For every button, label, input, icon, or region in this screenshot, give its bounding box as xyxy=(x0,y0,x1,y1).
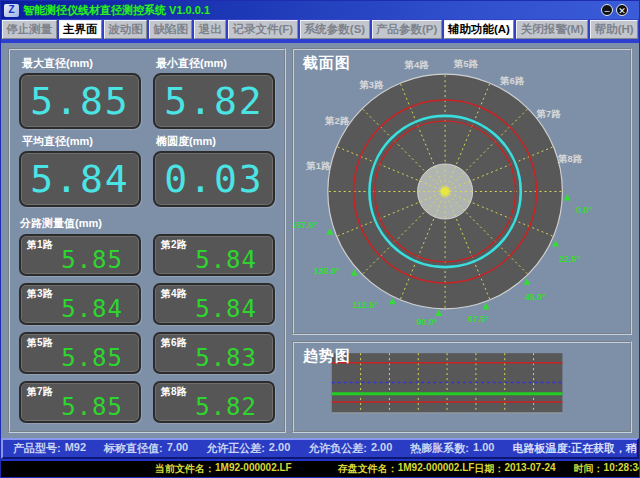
metric-label: 平均直径(mm) xyxy=(22,134,141,149)
status-saved-file: 存盘文件名： 1M92-000002.LF xyxy=(338,462,475,476)
param-label: 热膨胀系数: xyxy=(410,441,469,456)
menu-item-aux-functions[interactable]: 辅助功能(A) xyxy=(444,20,515,39)
param-thermal-coefficient: 热膨胀系数: 1.00 xyxy=(410,441,494,456)
metric-display: 5.84 xyxy=(19,151,141,207)
channel-box-1: 第1路 5.85 xyxy=(19,234,141,276)
menu-item-fluctuation[interactable]: 波动图 xyxy=(104,20,147,39)
metric-value: 5.82 xyxy=(164,82,264,120)
status-label: 存盘文件名： xyxy=(338,462,398,476)
menu-item-help[interactable]: 帮助(H) xyxy=(590,20,638,39)
status-time: 时间： 10:28:34 xyxy=(574,462,640,476)
metric-display: 5.85 xyxy=(19,73,141,129)
metric-label: 最大直径(mm) xyxy=(22,56,141,71)
svg-text:157.5°: 157.5° xyxy=(294,220,318,230)
param-value: M92 xyxy=(65,441,86,456)
app-window: Z 智能测径仪线材直径测控系统 V1.0.0.1 – ✕ 停止测量 主界面 波动… xyxy=(0,0,640,478)
metric-avg-diameter: 平均直径(mm) 5.84 xyxy=(19,132,141,210)
channel-label: 第4路 xyxy=(161,287,187,301)
channel-box-6: 第6路 5.83 xyxy=(153,332,275,374)
status-date: 日期： 2013-07-24 xyxy=(474,462,555,476)
menu-item-close-alarm[interactable]: 关闭报警(M) xyxy=(516,20,588,39)
svg-text:第6路: 第6路 xyxy=(499,75,525,86)
svg-text:第2路: 第2路 xyxy=(324,115,350,126)
param-label: 产品型号: xyxy=(13,441,61,456)
svg-text:67.5°: 67.5° xyxy=(468,314,489,324)
status-current-file: 当前文件名： 1M92-000002.LF xyxy=(155,462,292,476)
channel-box-7: 第7路 5.85 xyxy=(19,381,141,423)
metric-value: 5.85 xyxy=(30,82,130,120)
cross-section-title: 截面图 xyxy=(303,54,351,73)
channel-label: 第8路 xyxy=(161,385,187,399)
trend-panel: 趋势图 xyxy=(292,341,632,433)
status-label: 日期： xyxy=(474,462,504,476)
app-icon: Z xyxy=(4,4,19,17)
param-product-model: 产品型号: M92 xyxy=(13,441,86,456)
svg-text:第8路: 第8路 xyxy=(557,153,583,164)
metric-display: 0.03 xyxy=(153,151,275,207)
client-area: 最大直径(mm) 5.85 最小直径(mm) 5.82 平均直径(mm) 5.8… xyxy=(1,43,639,438)
channel-box-5: 第5路 5.85 xyxy=(19,332,141,374)
param-value: 2.00 xyxy=(371,441,392,456)
channel-box-3: 第3路 5.84 xyxy=(19,283,141,325)
cross-section-chart: 0.0°22.5°45.0°67.5°90.0°112.5°135.0°157.… xyxy=(294,50,630,333)
channel-value: 5.84 xyxy=(195,247,257,273)
menu-item-record-file[interactable]: 记录文件(F) xyxy=(228,20,297,39)
status-label: 当前文件名： xyxy=(155,462,215,476)
channel-label: 第7路 xyxy=(27,385,53,399)
menu-item-product-params[interactable]: 产品参数(P) xyxy=(372,20,442,39)
metric-value: 5.84 xyxy=(30,160,130,198)
status-value: 2013-07-24 xyxy=(504,462,555,476)
param-value: 1.00 xyxy=(473,441,494,456)
menu-item-exit[interactable]: 退出 xyxy=(194,20,226,39)
param-label: 允许负公差: xyxy=(308,441,367,456)
parameter-bar: 产品型号: M92 标称直径值: 7.00 允许正公差: 2.00 允许负公差:… xyxy=(1,438,639,459)
svg-text:45.0°: 45.0° xyxy=(525,292,546,302)
svg-text:112.5°: 112.5° xyxy=(353,300,379,310)
measurements-panel: 最大直径(mm) 5.85 最小直径(mm) 5.82 平均直径(mm) 5.8… xyxy=(8,48,286,433)
status-label: 时间： xyxy=(574,462,604,476)
svg-text:第1路: 第1路 xyxy=(305,160,331,171)
status-value: 1M92-000002.LF xyxy=(215,462,292,476)
board-temperature-message: 电路板温度:正在获取，稍等片刻… xyxy=(512,441,639,456)
status-bar: 当前文件名： 1M92-000002.LF 存盘文件名： 1M92-000002… xyxy=(1,459,639,477)
metric-display: 5.82 xyxy=(153,73,275,129)
titlebar: Z 智能测径仪线材直径测控系统 V1.0.0.1 – ✕ xyxy=(1,1,639,19)
svg-text:22.5°: 22.5° xyxy=(559,254,580,264)
channel-value: 5.85 xyxy=(61,247,123,273)
menu-item-system-params[interactable]: 系统参数(S) xyxy=(300,20,370,39)
minimize-icon[interactable]: – xyxy=(601,4,613,16)
menu-item-stop-measure[interactable]: 停止测量 xyxy=(2,20,57,39)
cross-section-panel: 截面图 0.0°22.5°45.0°67.5°90.0°112.5°135.0°… xyxy=(292,48,632,335)
metric-label: 椭圆度(mm) xyxy=(156,134,275,149)
channel-label: 第3路 xyxy=(27,287,53,301)
svg-text:第5路: 第5路 xyxy=(453,58,479,69)
channel-value: 5.85 xyxy=(61,345,123,371)
channel-value: 5.85 xyxy=(61,394,123,420)
channel-value: 5.82 xyxy=(195,394,257,420)
param-lower-tolerance: 允许负公差: 2.00 xyxy=(308,441,392,456)
channel-value: 5.83 xyxy=(195,345,257,371)
channel-label: 第6路 xyxy=(161,336,187,350)
menubar: 停止测量 主界面 波动图 缺陷图 退出 记录文件(F) 系统参数(S) 产品参数… xyxy=(1,19,639,43)
metric-label: 最小直径(mm) xyxy=(156,56,275,71)
param-upper-tolerance: 允许正公差: 2.00 xyxy=(206,441,290,456)
window-title: 智能测径仪线材直径测控系统 V1.0.0.1 xyxy=(23,3,597,18)
metric-ovality: 椭圆度(mm) 0.03 xyxy=(153,132,275,210)
close-icon[interactable]: ✕ xyxy=(616,4,628,16)
param-nominal-diameter: 标称直径值: 7.00 xyxy=(104,441,188,456)
svg-text:第3路: 第3路 xyxy=(358,79,384,90)
charts-column: 截面图 0.0°22.5°45.0°67.5°90.0°112.5°135.0°… xyxy=(292,48,632,433)
param-label: 允许正公差: xyxy=(206,441,265,456)
channel-label: 第2路 xyxy=(161,238,187,252)
svg-text:90.0°: 90.0° xyxy=(416,317,437,327)
metric-max-diameter: 最大直径(mm) 5.85 xyxy=(19,54,141,132)
svg-text:135.0°: 135.0° xyxy=(314,266,340,276)
channel-box-4: 第4路 5.84 xyxy=(153,283,275,325)
param-label: 标称直径值: xyxy=(104,441,163,456)
param-value: 7.00 xyxy=(167,441,188,456)
svg-text:第4路: 第4路 xyxy=(404,59,430,70)
menu-item-defect-chart[interactable]: 缺陷图 xyxy=(149,20,192,39)
metric-value: 0.03 xyxy=(164,160,264,198)
status-value: 10:28:34 xyxy=(604,462,640,476)
menu-item-main-screen[interactable]: 主界面 xyxy=(59,20,102,39)
